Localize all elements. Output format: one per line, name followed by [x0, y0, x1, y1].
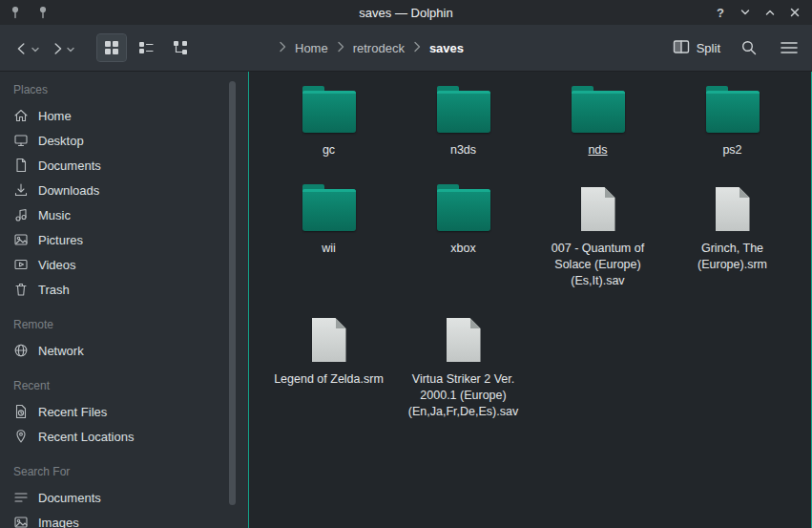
- sidebar-item-label: Documents: [38, 491, 101, 505]
- sidebar-item-search-documents[interactable]: Documents: [0, 485, 225, 510]
- sidebar-item-recent-locations[interactable]: Recent Locations: [0, 424, 225, 449]
- titlebar: saves — Dolphin ?: [0, 0, 812, 25]
- places-panel: Places Home Desktop Documents Downloads …: [0, 72, 225, 528]
- sidebar-item-downloads[interactable]: Downloads: [0, 178, 225, 202]
- item-label: ps2: [722, 142, 741, 158]
- close-button[interactable]: [784, 3, 805, 22]
- sidebar-item-label: Pictures: [38, 233, 83, 247]
- titlebar-pins: [0, 5, 50, 20]
- section-header-remote: Remote: [0, 310, 225, 338]
- chevron-right-icon: [337, 41, 344, 55]
- breadcrumb-home[interactable]: Home: [295, 41, 328, 55]
- home-icon: [13, 108, 29, 123]
- pin-icon[interactable]: [36, 5, 50, 20]
- folder-item[interactable]: xbox: [396, 183, 531, 289]
- tree-view-button[interactable]: [166, 34, 195, 61]
- pin-icon[interactable]: [9, 5, 22, 20]
- file-item[interactable]: Grinch, The (Europe).srm: [665, 183, 800, 289]
- file-item[interactable]: Virtua Striker 2 Ver. 2000.1 (Europe) (E…: [396, 314, 531, 420]
- sidebar-item-label: Music: [38, 208, 71, 222]
- file-item[interactable]: Legend of Zelda.srm: [261, 314, 396, 420]
- recent-files-icon: [13, 404, 29, 419]
- documents-icon: [13, 158, 29, 173]
- back-button[interactable]: [11, 37, 41, 59]
- file-grid: gc n3ds nds ps2 wii: [249, 72, 811, 420]
- sidebar-item-videos[interactable]: Videos: [0, 252, 225, 277]
- sidebar-item-label: Recent Files: [38, 405, 107, 419]
- breadcrumb-saves[interactable]: saves: [429, 41, 464, 55]
- window-controls: ?: [710, 3, 812, 22]
- hamburger-menu-icon[interactable]: [778, 36, 801, 59]
- sidebar-item-trash[interactable]: Trash: [0, 277, 225, 302]
- sidebar-item-label: Videos: [38, 258, 76, 272]
- sidebar-item-network[interactable]: Network: [0, 338, 225, 363]
- desktop-icon: [13, 133, 29, 148]
- folder-icon: [437, 189, 490, 231]
- sidebar-item-documents[interactable]: Documents: [0, 153, 225, 178]
- file-icon: [447, 318, 481, 362]
- section-header-search-for: Search For: [0, 457, 225, 485]
- folder-item[interactable]: wii: [261, 183, 396, 289]
- back-history-caret-icon[interactable]: [31, 39, 39, 56]
- folder-item[interactable]: ps2: [665, 85, 800, 158]
- music-icon: [13, 207, 29, 222]
- icons-view-button[interactable]: [97, 34, 126, 61]
- search-documents-icon: [13, 490, 29, 505]
- window-title: saves — Dolphin: [0, 6, 812, 20]
- details-view-button[interactable]: [132, 34, 160, 61]
- split-button[interactable]: Split: [673, 39, 720, 57]
- sidebar-item-music[interactable]: Music: [0, 202, 225, 227]
- help-button[interactable]: ?: [710, 3, 731, 22]
- forward-button[interactable]: [47, 37, 76, 59]
- breadcrumb: Home retrodeck saves: [279, 41, 464, 55]
- minimize-button[interactable]: [735, 3, 756, 22]
- forward-history-caret-icon[interactable]: [67, 39, 74, 56]
- recent-locations-icon: [13, 429, 29, 444]
- split-label: Split: [697, 41, 720, 55]
- folder-icon: [437, 91, 490, 133]
- sidebar-item-label: Downloads: [38, 183, 99, 198]
- sidebar-scrollbar[interactable]: [229, 81, 236, 505]
- breadcrumb-retrodeck[interactable]: retrodeck: [353, 41, 405, 55]
- item-label: nds: [588, 142, 607, 158]
- trash-icon: [13, 282, 29, 297]
- chevron-right-icon: [279, 41, 286, 55]
- folder-icon: [706, 91, 760, 133]
- item-label: wii: [322, 241, 336, 257]
- sidebar-item-label: Home: [38, 109, 72, 123]
- file-icon: [581, 187, 615, 231]
- sidebar-item-label: Recent Locations: [38, 430, 134, 444]
- item-label: 007 - Quantum of Solace (Europe) (Es,It)…: [538, 241, 658, 289]
- folder-item[interactable]: n3ds: [396, 85, 531, 158]
- folder-icon: [302, 91, 356, 133]
- file-view[interactable]: gc n3ds nds ps2 wii: [248, 72, 812, 528]
- file-icon: [716, 187, 750, 231]
- videos-icon: [13, 257, 29, 272]
- folder-item[interactable]: gc: [261, 85, 396, 158]
- sidebar-item-home[interactable]: Home: [0, 103, 225, 128]
- folder-item[interactable]: nds: [531, 85, 665, 158]
- item-label: gc: [323, 142, 335, 158]
- sidebar-item-label: Desktop: [38, 134, 84, 148]
- downloads-icon: [13, 182, 29, 198]
- chevron-right-icon: [413, 41, 421, 55]
- sidebar-item-label: Images: [38, 516, 79, 528]
- sidebar-item-search-images[interactable]: Images: [0, 510, 225, 528]
- toolbar: Home retrodeck saves Split: [0, 25, 812, 72]
- pictures-icon: [13, 232, 29, 247]
- sidebar-item-recent-files[interactable]: Recent Files: [0, 399, 225, 424]
- search-icon[interactable]: [738, 36, 760, 59]
- item-label: Grinch, The (Europe).srm: [673, 241, 793, 273]
- file-icon: [312, 318, 346, 362]
- file-item[interactable]: 007 - Quantum of Solace (Europe) (Es,It)…: [531, 183, 665, 289]
- sidebar-item-desktop[interactable]: Desktop: [0, 128, 225, 153]
- folder-icon: [302, 189, 356, 231]
- split-icon: [673, 39, 690, 57]
- item-label: xbox: [450, 241, 475, 257]
- folder-icon: [572, 91, 625, 133]
- sidebar-item-label: Documents: [38, 158, 101, 173]
- sidebar-item-label: Trash: [38, 283, 70, 297]
- maximize-button[interactable]: [760, 3, 781, 22]
- sidebar-item-pictures[interactable]: Pictures: [0, 227, 225, 252]
- sidebar-item-label: Network: [38, 344, 84, 358]
